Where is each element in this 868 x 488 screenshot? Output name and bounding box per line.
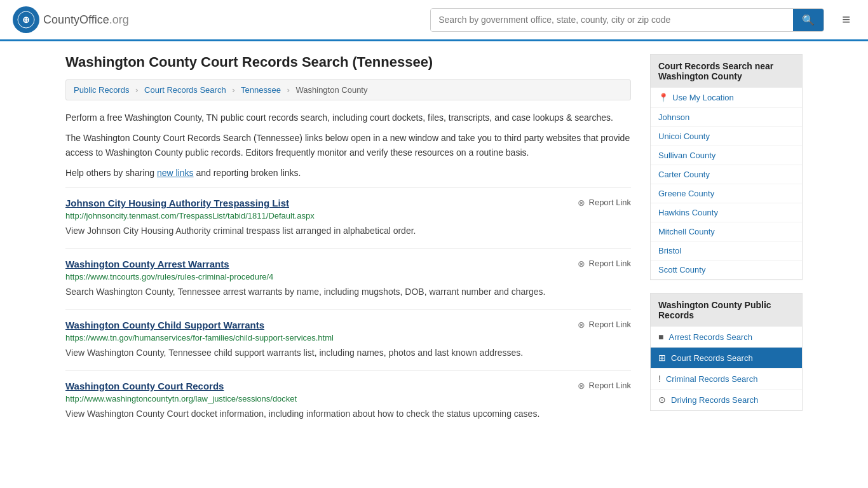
- search-input[interactable]: [431, 9, 793, 31]
- logo-link[interactable]: ⊕ CountyOffice.org: [13, 6, 129, 33]
- breadcrumb-tennessee[interactable]: Tennessee: [241, 85, 281, 95]
- report-link[interactable]: ⊗ Report Link: [578, 198, 631, 208]
- result-url[interactable]: http://johnsoncity.tenmast.com/TrespassL…: [65, 211, 631, 220]
- breadcrumb-court-records[interactable]: Court Records Search: [144, 85, 226, 95]
- logo-icon: ⊕: [13, 6, 39, 33]
- result-desc: View Washington County Court docket info…: [65, 407, 631, 421]
- report-link[interactable]: ⊗ Report Link: [578, 320, 631, 330]
- main-container: Washington County Court Records Search (…: [53, 41, 815, 444]
- nearby-link-greene[interactable]: Greene County: [651, 184, 802, 203]
- nearby-link-bristol[interactable]: Bristol: [651, 241, 802, 261]
- use-my-location[interactable]: 📍 Use My Location: [651, 88, 802, 108]
- breadcrumb-public-records[interactable]: Public Records: [74, 85, 129, 95]
- nearby-section: Court Records Search near Washington Cou…: [650, 54, 803, 280]
- driving-records-icon: ⊙: [658, 395, 666, 405]
- location-pin-icon: 📍: [658, 93, 668, 102]
- report-icon: ⊗: [578, 259, 585, 269]
- result-header: Johnson City Housing Authority Trespassi…: [65, 198, 631, 208]
- sidebar-item-criminal-records[interactable]: ! Criminal Records Search: [651, 369, 802, 390]
- result-title[interactable]: Johnson City Housing Authority Trespassi…: [65, 198, 289, 208]
- result-header: Washington County Child Support Warrants…: [65, 320, 631, 330]
- report-icon: ⊗: [578, 381, 585, 391]
- court-records-icon: ⊞: [658, 353, 666, 363]
- sidebar-item-driving-records[interactable]: ⊙ Driving Records Search: [651, 390, 802, 410]
- result-header: Washington County Court Records ⊗ Report…: [65, 381, 631, 391]
- result-url[interactable]: https://www.tncourts.gov/rules/rules-cri…: [65, 272, 631, 281]
- criminal-records-icon: !: [658, 374, 661, 384]
- result-desc: Search Washington County, Tennessee arre…: [65, 285, 631, 299]
- nearby-link-scott[interactable]: Scott County: [651, 261, 802, 280]
- result-title[interactable]: Washington County Child Support Warrants: [65, 320, 264, 330]
- site-header: ⊕ CountyOffice.org 🔍 ≡: [0, 0, 868, 41]
- content-area: Washington County Court Records Search (…: [65, 54, 631, 431]
- result-item: Washington County Arrest Warrants ⊗ Repo…: [65, 248, 631, 309]
- result-desc: View Johnson City Housing Authority crim…: [65, 224, 631, 238]
- report-link[interactable]: ⊗ Report Link: [578, 381, 631, 391]
- sidebar: Court Records Search near Washington Cou…: [650, 54, 803, 431]
- new-links-link[interactable]: new links: [157, 168, 194, 178]
- result-header: Washington County Arrest Warrants ⊗ Repo…: [65, 259, 631, 269]
- public-records-section: Washington County Public Records ■ Arres…: [650, 293, 803, 411]
- sidebar-item-court-records[interactable]: ⊞ Court Records Search: [651, 348, 802, 369]
- result-title[interactable]: Washington County Arrest Warrants: [65, 259, 229, 269]
- intro-paragraph-2: The Washington County Court Records Sear…: [65, 131, 631, 159]
- result-url[interactable]: https://www.tn.gov/humanservices/for-fam…: [65, 333, 631, 342]
- nearby-link-hawkins[interactable]: Hawkins County: [651, 203, 802, 222]
- result-item: Johnson City Housing Authority Trespassi…: [65, 187, 631, 248]
- intro-paragraph-1: Perform a free Washington County, TN pub…: [65, 111, 631, 125]
- search-bar: 🔍: [430, 8, 824, 32]
- breadcrumb-washington-county: Washington County: [296, 85, 368, 95]
- results-list: Johnson City Housing Authority Trespassi…: [65, 187, 631, 431]
- sidebar-item-arrest-records[interactable]: ■ Arrest Records Search: [651, 327, 802, 348]
- report-icon: ⊗: [578, 198, 585, 208]
- result-item: Washington County Child Support Warrants…: [65, 309, 631, 370]
- nearby-link-johnson[interactable]: Johnson: [651, 108, 802, 127]
- svg-text:⊕: ⊕: [22, 15, 30, 25]
- nearby-link-mitchell[interactable]: Mitchell County: [651, 222, 802, 241]
- result-desc: View Washington County, Tennessee child …: [65, 346, 631, 360]
- nearby-link-carter[interactable]: Carter County: [651, 165, 802, 184]
- nearby-section-title: Court Records Search near Washington Cou…: [651, 55, 802, 88]
- result-item: Washington County Court Records ⊗ Report…: [65, 370, 631, 431]
- breadcrumb: Public Records › Court Records Search › …: [65, 79, 631, 100]
- arrest-records-icon: ■: [658, 332, 663, 342]
- intro-paragraph-3: Help others by sharing new links and rep…: [65, 166, 631, 180]
- nearby-link-unicoi[interactable]: Unicoi County: [651, 127, 802, 146]
- hamburger-menu-icon[interactable]: ≡: [837, 9, 855, 30]
- page-title: Washington County Court Records Search (…: [65, 54, 631, 71]
- result-title[interactable]: Washington County Court Records: [65, 381, 224, 391]
- search-button[interactable]: 🔍: [793, 9, 824, 31]
- report-icon: ⊗: [578, 320, 585, 330]
- logo-text: CountyOffice.org: [43, 13, 129, 27]
- result-url[interactable]: http://www.washingtoncountytn.org/law_ju…: [65, 394, 631, 403]
- report-link[interactable]: ⊗ Report Link: [578, 259, 631, 269]
- nearby-link-sullivan[interactable]: Sullivan County: [651, 146, 802, 165]
- public-records-title: Washington County Public Records: [651, 294, 802, 327]
